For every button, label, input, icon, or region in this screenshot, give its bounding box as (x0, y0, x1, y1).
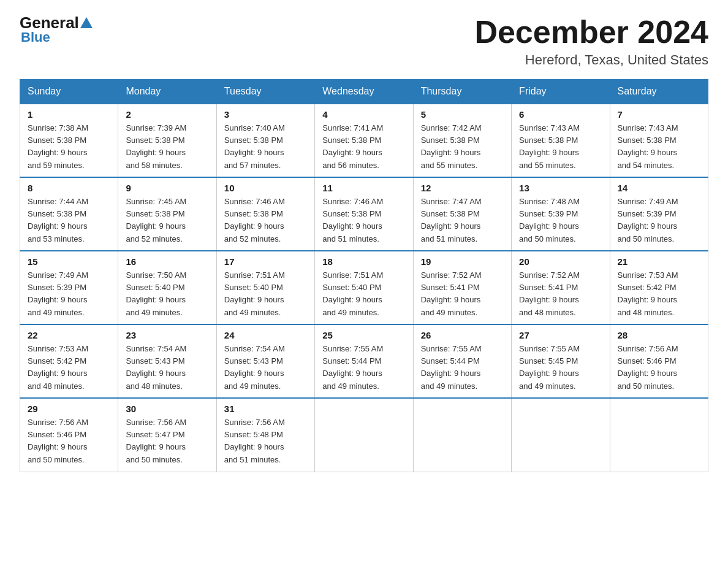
day-info: Sunrise: 7:39 AMSunset: 5:38 PMDaylight:… (126, 123, 186, 169)
day-cell-1: 1 Sunrise: 7:38 AMSunset: 5:38 PMDayligh… (20, 104, 118, 177)
day-info: Sunrise: 7:46 AMSunset: 5:38 PMDaylight:… (224, 197, 285, 243)
day-number: 2 (126, 109, 208, 120)
empty-cell-w4-c3 (315, 398, 413, 472)
day-cell-7: 7 Sunrise: 7:43 AMSunset: 5:38 PMDayligh… (610, 104, 708, 177)
day-cell-23: 23 Sunrise: 7:54 AMSunset: 5:43 PMDaylig… (118, 324, 216, 398)
day-info: Sunrise: 7:54 AMSunset: 5:43 PMDaylight:… (224, 344, 285, 390)
day-info: Sunrise: 7:49 AMSunset: 5:39 PMDaylight:… (28, 270, 88, 316)
day-info: Sunrise: 7:56 AMSunset: 5:47 PMDaylight:… (126, 418, 186, 464)
day-info: Sunrise: 7:51 AMSunset: 5:40 PMDaylight:… (224, 270, 285, 316)
day-info: Sunrise: 7:45 AMSunset: 5:38 PMDaylight:… (126, 197, 186, 243)
day-info: Sunrise: 7:53 AMSunset: 5:42 PMDaylight:… (618, 270, 678, 316)
day-number: 17 (224, 256, 307, 267)
day-info: Sunrise: 7:48 AMSunset: 5:39 PMDaylight:… (519, 197, 580, 243)
week-row-1: 1 Sunrise: 7:38 AMSunset: 5:38 PMDayligh… (20, 104, 708, 177)
day-info: Sunrise: 7:56 AMSunset: 5:48 PMDaylight:… (224, 418, 285, 464)
day-number: 9 (126, 183, 208, 193)
day-number: 10 (224, 183, 307, 193)
day-cell-14: 14 Sunrise: 7:49 AMSunset: 5:39 PMDaylig… (610, 177, 708, 251)
day-info: Sunrise: 7:54 AMSunset: 5:43 PMDaylight:… (126, 344, 186, 390)
page-header: General Blue December 2024 Hereford, Tex… (20, 15, 708, 68)
day-cell-5: 5 Sunrise: 7:42 AMSunset: 5:38 PMDayligh… (413, 104, 511, 177)
day-info: Sunrise: 7:47 AMSunset: 5:38 PMDaylight:… (421, 197, 482, 243)
day-info: Sunrise: 7:52 AMSunset: 5:41 PMDaylight:… (421, 270, 482, 316)
day-info: Sunrise: 7:43 AMSunset: 5:38 PMDaylight:… (519, 123, 580, 169)
day-number: 16 (126, 256, 208, 267)
weekday-header-row: Sunday Monday Tuesday Wednesday Thursday… (20, 80, 708, 104)
day-number: 26 (421, 330, 504, 340)
day-info: Sunrise: 7:55 AMSunset: 5:44 PMDaylight:… (421, 344, 482, 390)
day-number: 1 (28, 109, 110, 120)
day-cell-29: 29 Sunrise: 7:56 AMSunset: 5:46 PMDaylig… (20, 398, 118, 472)
day-number: 11 (322, 183, 405, 193)
day-cell-16: 16 Sunrise: 7:50 AMSunset: 5:40 PMDaylig… (118, 251, 216, 324)
day-number: 7 (618, 109, 700, 120)
day-cell-22: 22 Sunrise: 7:53 AMSunset: 5:42 PMDaylig… (20, 324, 118, 398)
day-number: 19 (421, 256, 504, 267)
day-cell-6: 6 Sunrise: 7:43 AMSunset: 5:38 PMDayligh… (512, 104, 610, 177)
day-cell-10: 10 Sunrise: 7:46 AMSunset: 5:38 PMDaylig… (216, 177, 314, 251)
day-cell-4: 4 Sunrise: 7:41 AMSunset: 5:38 PMDayligh… (315, 104, 413, 177)
location-title: Hereford, Texas, United States (474, 52, 708, 68)
day-cell-25: 25 Sunrise: 7:55 AMSunset: 5:44 PMDaylig… (315, 324, 413, 398)
week-row-2: 8 Sunrise: 7:44 AMSunset: 5:38 PMDayligh… (20, 177, 708, 251)
day-number: 28 (618, 330, 700, 340)
day-number: 15 (28, 256, 110, 267)
logo-triangle-icon (80, 17, 93, 28)
day-cell-9: 9 Sunrise: 7:45 AMSunset: 5:38 PMDayligh… (118, 177, 216, 251)
day-number: 24 (224, 330, 307, 340)
day-info: Sunrise: 7:52 AMSunset: 5:41 PMDaylight:… (519, 270, 580, 316)
header-thursday: Thursday (413, 80, 511, 104)
day-cell-19: 19 Sunrise: 7:52 AMSunset: 5:41 PMDaylig… (413, 251, 511, 324)
day-number: 25 (322, 330, 405, 340)
day-number: 27 (519, 330, 602, 340)
day-number: 3 (224, 109, 307, 120)
day-info: Sunrise: 7:41 AMSunset: 5:38 PMDaylight:… (322, 123, 383, 169)
day-number: 21 (618, 256, 700, 267)
day-cell-11: 11 Sunrise: 7:46 AMSunset: 5:38 PMDaylig… (315, 177, 413, 251)
day-number: 29 (28, 404, 110, 414)
day-cell-2: 2 Sunrise: 7:39 AMSunset: 5:38 PMDayligh… (118, 104, 216, 177)
day-number: 4 (322, 109, 405, 120)
day-cell-30: 30 Sunrise: 7:56 AMSunset: 5:47 PMDaylig… (118, 398, 216, 472)
day-cell-24: 24 Sunrise: 7:54 AMSunset: 5:43 PMDaylig… (216, 324, 314, 398)
title-block: December 2024 Hereford, Texas, United St… (474, 15, 708, 68)
day-info: Sunrise: 7:56 AMSunset: 5:46 PMDaylight:… (618, 344, 678, 390)
day-info: Sunrise: 7:56 AMSunset: 5:46 PMDaylight:… (28, 418, 88, 464)
header-friday: Friday (512, 80, 610, 104)
week-row-4: 22 Sunrise: 7:53 AMSunset: 5:42 PMDaylig… (20, 324, 708, 398)
day-info: Sunrise: 7:49 AMSunset: 5:39 PMDaylight:… (618, 197, 678, 243)
header-wednesday: Wednesday (315, 80, 413, 104)
header-monday: Monday (118, 80, 216, 104)
day-number: 23 (126, 330, 208, 340)
logo-general-text: General (20, 15, 79, 31)
header-sunday: Sunday (20, 80, 118, 104)
empty-cell-w4-c4 (413, 398, 511, 472)
day-cell-20: 20 Sunrise: 7:52 AMSunset: 5:41 PMDaylig… (512, 251, 610, 324)
day-number: 13 (519, 183, 602, 193)
day-cell-15: 15 Sunrise: 7:49 AMSunset: 5:39 PMDaylig… (20, 251, 118, 324)
day-info: Sunrise: 7:43 AMSunset: 5:38 PMDaylight:… (618, 123, 678, 169)
day-cell-28: 28 Sunrise: 7:56 AMSunset: 5:46 PMDaylig… (610, 324, 708, 398)
day-info: Sunrise: 7:40 AMSunset: 5:38 PMDaylight:… (224, 123, 285, 169)
day-number: 14 (618, 183, 700, 193)
day-info: Sunrise: 7:53 AMSunset: 5:42 PMDaylight:… (28, 344, 88, 390)
calendar-table: Sunday Monday Tuesday Wednesday Thursday… (20, 79, 708, 472)
day-cell-31: 31 Sunrise: 7:56 AMSunset: 5:48 PMDaylig… (216, 398, 314, 472)
header-tuesday: Tuesday (216, 80, 314, 104)
day-cell-8: 8 Sunrise: 7:44 AMSunset: 5:38 PMDayligh… (20, 177, 118, 251)
day-cell-26: 26 Sunrise: 7:55 AMSunset: 5:44 PMDaylig… (413, 324, 511, 398)
week-row-3: 15 Sunrise: 7:49 AMSunset: 5:39 PMDaylig… (20, 251, 708, 324)
day-info: Sunrise: 7:51 AMSunset: 5:40 PMDaylight:… (322, 270, 383, 316)
day-number: 8 (28, 183, 110, 193)
day-number: 30 (126, 404, 208, 414)
day-number: 22 (28, 330, 110, 340)
day-info: Sunrise: 7:46 AMSunset: 5:38 PMDaylight:… (322, 197, 383, 243)
day-number: 31 (224, 404, 307, 414)
day-info: Sunrise: 7:55 AMSunset: 5:44 PMDaylight:… (322, 344, 383, 390)
day-info: Sunrise: 7:42 AMSunset: 5:38 PMDaylight:… (421, 123, 482, 169)
day-number: 20 (519, 256, 602, 267)
empty-cell-w4-c6 (610, 398, 708, 472)
day-info: Sunrise: 7:55 AMSunset: 5:45 PMDaylight:… (519, 344, 580, 390)
day-cell-13: 13 Sunrise: 7:48 AMSunset: 5:39 PMDaylig… (512, 177, 610, 251)
